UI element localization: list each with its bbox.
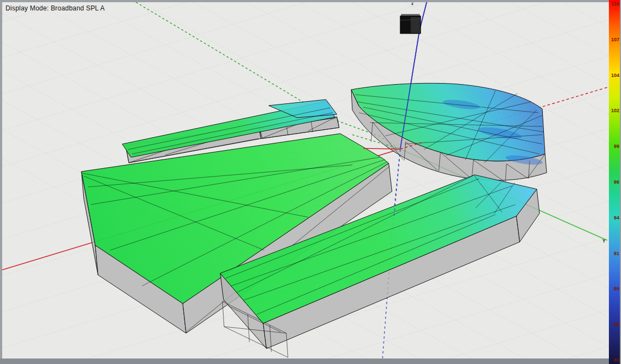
loudspeaker-source[interactable] — [400, 14, 421, 34]
colorbar-tick-label: 94 — [609, 215, 619, 220]
spl-colorbar-labels: 11010710410299969491898683 — [609, 0, 620, 364]
viewport-3d[interactable]: Y z — [0, 0, 621, 364]
acoustic-simulation-window: Y z Display Mode: Broadband SPL A 110107… — [0, 0, 621, 364]
colorbar-tick-label: 99 — [609, 144, 619, 149]
display-mode-label: Display Mode: Broadband SPL A — [6, 4, 105, 12]
colorbar-tick-label: 107 — [609, 37, 619, 42]
window-border-top — [0, 0, 609, 2]
colorbar-tick-label: 110 — [609, 1, 619, 7]
colorbar-tick-label: 89 — [609, 286, 619, 291]
window-border-left — [0, 0, 2, 364]
spl-colorbar: 11010710410299969491898683 — [609, 0, 620, 364]
colorbar-tick-label: 104 — [609, 73, 619, 78]
colorbar-tick-label: 91 — [609, 251, 619, 256]
colorbar-tick-label: 86 — [609, 322, 619, 327]
colorbar-tick-label: 83 — [609, 357, 619, 363]
y-axis-label: Y — [602, 238, 606, 244]
colorbar-tick-label: 96 — [609, 179, 619, 185]
window-border-bottom — [0, 359, 609, 364]
colorbar-tick-label: 102 — [609, 108, 619, 113]
